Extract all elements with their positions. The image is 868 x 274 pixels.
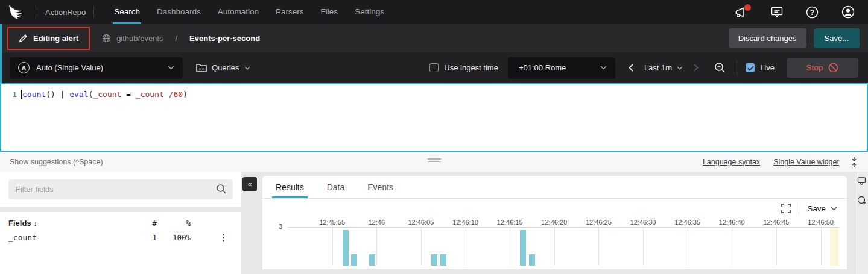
live-toggle[interactable]: Live — [746, 63, 775, 72]
chevron-left-icon — [629, 64, 633, 72]
crowdstrike-falcon-logo[interactable] — [8, 4, 29, 20]
divider — [93, 6, 94, 18]
nav-item-files[interactable]: Files — [312, 0, 347, 24]
chart-bar[interactable] — [431, 254, 437, 266]
x-axis-tick-label: 12:46:45 — [763, 219, 789, 226]
field-row[interactable]: _count1100%⋮ — [8, 233, 233, 242]
alert-header-bar: Editing alert github/events / Events-per… — [0, 24, 868, 52]
collapse-vertical-icon — [850, 157, 858, 167]
time-window-selector[interactable]: Last 1m — [638, 63, 689, 72]
visualization-selector[interactable]: A Auto (Single Value) — [10, 57, 183, 79]
chart-gridline — [776, 228, 777, 266]
collapse-editor-button[interactable] — [850, 157, 858, 167]
use-ingest-time-toggle[interactable]: Use ingest time — [429, 63, 498, 72]
x-axis-tick-label: 12:46:40 — [719, 219, 745, 226]
tab-results[interactable]: Results — [276, 176, 304, 198]
chevron-down-icon — [831, 207, 837, 211]
chart-bar[interactable] — [440, 254, 446, 266]
divider — [37, 6, 37, 18]
query-token: ) — [183, 90, 188, 99]
field-menu-button[interactable]: ⋮ — [191, 233, 233, 242]
avatar-icon — [841, 5, 855, 19]
account-button[interactable] — [841, 5, 855, 19]
live-checkbox[interactable] — [746, 63, 755, 72]
pencil-icon — [19, 34, 28, 43]
filter-fields-input[interactable] — [8, 179, 233, 199]
collapse-fields-panel-button[interactable]: « — [242, 177, 257, 191]
chart-bar[interactable] — [529, 254, 535, 266]
chart-plot-area[interactable]: 12:45:5512:4612:46:0512:46:1012:46:1512:… — [288, 227, 838, 266]
discard-changes-button[interactable]: Discard changes — [729, 28, 806, 48]
widget-save-button[interactable]: Save — [807, 204, 837, 213]
question-icon: ? — [806, 6, 819, 19]
time-forward-button[interactable] — [689, 60, 703, 75]
results-area: Fields ↓ # % _count1100%⋮ « ResultsDataE… — [0, 172, 868, 274]
query-editor[interactable]: 1 count() | eval(_count = _count /60) — [0, 83, 868, 152]
queries-folder-icon — [196, 63, 207, 72]
nav-item-automation[interactable]: Automation — [209, 0, 267, 24]
notification-badge — [744, 4, 751, 11]
fullscreen-icon — [781, 204, 791, 213]
x-axis-tick-label: 12:46:30 — [630, 219, 656, 226]
queries-menu-button[interactable]: Queries — [196, 63, 250, 72]
zoom-out-button[interactable] — [709, 58, 730, 77]
field-filter-card — [0, 172, 241, 207]
nav-item-dashboards[interactable]: Dashboards — [148, 0, 209, 24]
results-tabs: ResultsDataEvents — [262, 176, 847, 199]
nav-item-settings[interactable]: Settings — [346, 0, 393, 24]
tab-data[interactable]: Data — [327, 176, 345, 198]
chart-bar[interactable] — [351, 254, 357, 266]
percent-column-header: % — [157, 219, 191, 228]
x-axis-tick-label: 12:46:50 — [808, 219, 834, 226]
editing-mode-label: Editing alert — [33, 34, 78, 43]
query-token: /60 — [169, 90, 183, 99]
chart-gridline — [688, 228, 688, 266]
save-button[interactable]: Save... — [814, 28, 860, 48]
count-column-header: # — [136, 219, 157, 228]
nav-item-parsers[interactable]: Parsers — [267, 0, 312, 24]
query-inspector-button[interactable] — [857, 196, 867, 205]
announcements-button[interactable] — [735, 7, 748, 18]
link-single-value-widget[interactable]: Single Value widget — [773, 158, 839, 166]
timezone-selector[interactable]: +01:00 Rome — [508, 57, 615, 79]
breadcrumb-repo[interactable]: github/events — [116, 34, 163, 43]
chart-bar[interactable] — [369, 254, 375, 266]
queries-label: Queries — [212, 63, 239, 72]
nav-item-search[interactable]: Search — [106, 0, 148, 24]
live-label: Live — [760, 63, 775, 72]
chevron-down-icon — [244, 66, 250, 70]
time-back-button[interactable] — [624, 60, 638, 75]
field-name: _count — [8, 233, 136, 242]
chart-gridline — [821, 228, 822, 266]
use-ingest-time-checkbox[interactable] — [429, 63, 439, 72]
documentation-links: Language syntaxSingle Value widget — [703, 158, 839, 166]
feedback-button[interactable] — [771, 7, 783, 18]
query-token: = — [121, 90, 135, 99]
app-root: ActionRepo SearchDashboardsAutomationPar… — [0, 0, 868, 274]
resize-drag-handle[interactable] — [428, 158, 441, 164]
widget-style-button[interactable] — [857, 176, 866, 185]
svg-text:?: ? — [810, 8, 814, 16]
link-language-syntax[interactable]: Language syntax — [703, 158, 760, 166]
live-bucket-highlight — [830, 228, 838, 266]
show-suggestions-hint[interactable]: Show suggestions (^Space) — [10, 158, 103, 166]
chevron-down-icon — [677, 66, 683, 70]
x-axis-tick-label: 12:45:55 — [319, 219, 345, 226]
help-button[interactable]: ? — [806, 6, 819, 19]
divider — [799, 203, 799, 214]
collapse-panel-icon: « — [248, 180, 252, 188]
stop-button[interactable]: Stop — [787, 58, 858, 78]
fields-column-header[interactable]: Fields ↓ — [8, 219, 136, 228]
chart-bar[interactable] — [520, 230, 526, 266]
chart-gridline — [466, 228, 466, 266]
chart-gridline — [510, 228, 510, 266]
x-axis-tick-label: 12:46:25 — [586, 219, 612, 226]
fullscreen-button[interactable] — [781, 204, 791, 213]
tab-events[interactable]: Events — [367, 176, 393, 198]
repository-name[interactable]: ActionRepo — [45, 8, 86, 17]
falcon-icon — [8, 4, 28, 20]
chevron-down-icon — [168, 66, 174, 70]
chart-bar[interactable] — [343, 230, 349, 266]
query-text: count() | eval(_count = _count /60) — [22, 90, 188, 99]
widget-tag-icon — [857, 176, 866, 185]
